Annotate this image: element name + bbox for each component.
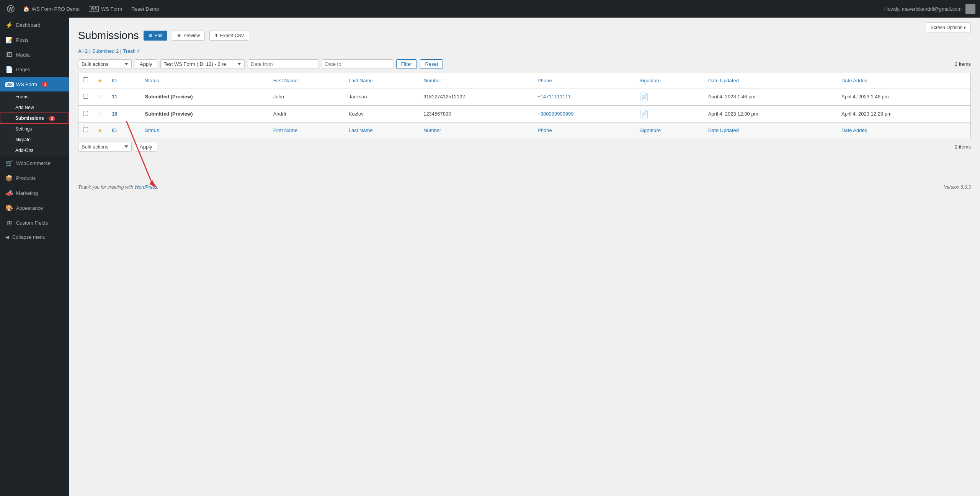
sidebar-item-posts[interactable]: 📝 Posts: [0, 33, 69, 47]
header-first-name[interactable]: First Name: [269, 73, 344, 88]
wsform-label: WS Form: [101, 6, 122, 12]
sidebar-label-appearance: Appearance: [16, 205, 43, 211]
header-status[interactable]: Status: [140, 73, 269, 88]
filter-button[interactable]: Filter: [396, 59, 417, 69]
row1-star[interactable]: ☆: [93, 88, 107, 105]
sidebar-item-appearance[interactable]: 🎨 Appearance: [0, 201, 69, 215]
footer-status[interactable]: Status: [140, 122, 269, 138]
apply-button-bottom[interactable]: Apply: [135, 142, 157, 152]
eye-icon: 👁: [177, 33, 181, 38]
date-to-input[interactable]: [322, 59, 393, 69]
wordpress-link[interactable]: WordPress: [134, 184, 157, 190]
reset-demo-link[interactable]: Reset Demo: [128, 6, 162, 12]
header-last-name[interactable]: Last Name: [344, 73, 419, 88]
footer-id[interactable]: ID: [107, 122, 140, 138]
reset-button[interactable]: Reset: [420, 59, 443, 69]
screen-options-button[interactable]: Screen Options ▾: [926, 22, 971, 33]
sidebar-item-custom-fields[interactable]: ⊞ Custom Fields: [0, 215, 69, 230]
footer-phone[interactable]: Phone: [533, 122, 635, 138]
version-text: Version 6.0.3: [944, 184, 971, 190]
wp-logo-icon[interactable]: W: [5, 3, 17, 15]
header-phone[interactable]: Phone: [533, 73, 635, 88]
footer-checkbox[interactable]: [78, 122, 93, 138]
filter-submitted-count: 2: [116, 48, 119, 54]
footer-date-updated[interactable]: Date Updated: [704, 122, 837, 138]
page-title: Submissions: [78, 29, 139, 42]
submenu-submissions[interactable]: Submissions 3: [0, 113, 69, 124]
house-icon: 🏠: [23, 6, 29, 12]
sidebar-item-products[interactable]: 📦 Products: [0, 171, 69, 186]
footer-star[interactable]: ★: [93, 122, 107, 138]
sidebar-label-media: Media: [16, 52, 29, 58]
row2-id[interactable]: 10: [107, 105, 140, 122]
products-icon: 📦: [5, 175, 13, 182]
filter-nav: All 2 | Submitted 2 | Trash 4: [78, 48, 971, 54]
site-name[interactable]: 🏠 WS Form PRO Demo: [20, 6, 83, 12]
select-all-checkbox[interactable]: [83, 77, 88, 82]
wsform-submenu: Forms Add New Submissions 3 Settings: [0, 91, 69, 156]
user-avatar[interactable]: [965, 4, 975, 14]
dashboard-icon: ⚡: [5, 21, 13, 29]
table-header-row: ★ ID Status First Name Last Name: [78, 73, 971, 88]
apply-button-top[interactable]: Apply: [135, 59, 157, 69]
phone-link-1[interactable]: +14711111111: [537, 94, 571, 100]
row1-checkbox[interactable]: [78, 88, 93, 105]
filter-trash-count: 4: [137, 48, 140, 54]
header-date-updated[interactable]: Date Updated: [704, 73, 837, 88]
submenu-add-new[interactable]: Add New: [0, 102, 69, 113]
edit-button[interactable]: ⚙ Edit: [144, 31, 168, 41]
footer-signature[interactable]: Signature: [635, 122, 703, 138]
header-number[interactable]: Number: [419, 73, 533, 88]
footer-number[interactable]: Number: [419, 122, 533, 138]
footer-date-added[interactable]: Date Added: [837, 122, 971, 138]
sidebar-item-pages[interactable]: 📄 Pages: [0, 62, 69, 77]
sidebar-item-woocommerce[interactable]: 🛒 WooCommerce: [0, 156, 69, 171]
row2-checkbox[interactable]: [78, 105, 93, 122]
row2-signature[interactable]: 📄: [635, 105, 703, 122]
row1-id[interactable]: 11: [107, 88, 140, 105]
adminbar-wsform[interactable]: WS WS Form: [86, 6, 125, 12]
row1-phone[interactable]: +14711111111: [533, 88, 635, 105]
sidebar-item-media[interactable]: 🖼 Media: [0, 47, 69, 62]
sidebar-item-marketing[interactable]: 📣 Marketing: [0, 186, 69, 201]
submenu-addons[interactable]: Add-Ons: [0, 145, 69, 156]
bulk-actions-select-bottom[interactable]: Bulk actions: [78, 142, 132, 152]
export-csv-button[interactable]: ⬆ Export CSV: [209, 31, 249, 41]
footer-first-name[interactable]: First Name: [269, 122, 344, 138]
collapse-menu[interactable]: ◀ Collapse menu: [0, 230, 69, 244]
row2-status: Submitted (Preview): [140, 105, 269, 122]
date-from-input[interactable]: [248, 59, 319, 69]
row1-number: 918127412512122: [419, 88, 533, 105]
submenu-settings[interactable]: Settings: [0, 124, 69, 134]
export-icon: ⬆: [214, 33, 218, 38]
filter-trash-link[interactable]: Trash 4: [123, 48, 140, 54]
bulk-actions-select-top[interactable]: Bulk actions: [78, 59, 132, 69]
phone-link-2[interactable]: +380999999999: [537, 111, 573, 117]
preview-button[interactable]: 👁 Preview: [172, 31, 205, 41]
row1-signature[interactable]: 📄: [635, 88, 703, 105]
submenu-label-settings: Settings: [15, 126, 32, 132]
submissions-badge: 3: [49, 116, 56, 121]
id-link-11[interactable]: 11: [112, 94, 117, 100]
header-signature[interactable]: Signature: [635, 73, 703, 88]
sidebar-item-dashboard[interactable]: ⚡ Dashboard: [0, 18, 69, 33]
footer-last-name[interactable]: Last Name: [344, 122, 419, 138]
id-link-10[interactable]: 10: [112, 111, 117, 117]
gear-icon: ⚙: [149, 33, 153, 38]
header-date-added[interactable]: Date Added: [837, 73, 971, 88]
sidebar-label-products: Products: [16, 175, 36, 181]
filter-all-link[interactable]: All 2: [78, 48, 88, 54]
submenu-label-forms: Forms: [15, 94, 28, 100]
form-filter-select[interactable]: Test WS Form (ID: 12) - 2 re: [160, 59, 245, 69]
collapse-arrow-icon: ◀: [5, 234, 9, 240]
sidebar-item-wsform[interactable]: WS WS Form 3 Forms Add New Submissions: [0, 77, 69, 156]
row2-star[interactable]: ☆: [93, 105, 107, 122]
filter-trash-label: Trash: [123, 48, 136, 54]
pages-icon: 📄: [5, 66, 13, 73]
row2-phone[interactable]: +380999999999: [533, 105, 635, 122]
header-id[interactable]: ID: [107, 73, 140, 88]
submenu-migrate[interactable]: Migrate: [0, 134, 69, 145]
submenu-forms[interactable]: Forms: [0, 91, 69, 102]
table-footer-row: ★ ID Status First Name Last Name: [78, 122, 971, 138]
filter-submitted-link[interactable]: Submitted 2: [92, 48, 119, 54]
